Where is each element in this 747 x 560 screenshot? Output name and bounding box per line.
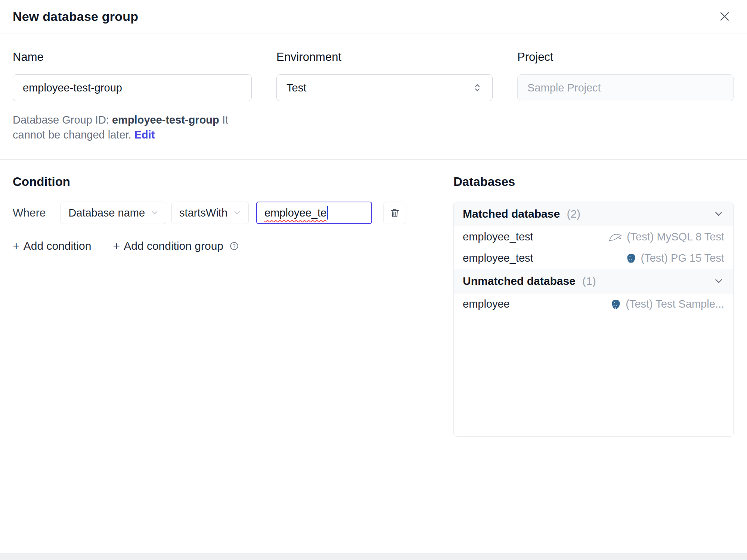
database-row: employee_test (Test) MySQL 8 Test	[454, 226, 733, 248]
environment-select[interactable]: Test	[276, 74, 493, 101]
chevron-up-down-icon	[472, 83, 483, 93]
where-label: Where	[13, 206, 46, 219]
add-condition-group-button[interactable]: + Add condition group ?	[113, 240, 239, 252]
group-id-note: Database Group ID: employee-test-group I…	[13, 112, 252, 142]
environment-label: Environment	[276, 50, 493, 64]
panel-empty-space	[454, 315, 733, 436]
mysql-icon	[609, 232, 622, 242]
add-condition-label: Add condition	[24, 240, 92, 252]
group-id-prefix: Database Group ID:	[13, 114, 109, 126]
close-icon	[718, 10, 731, 23]
unmatched-database-title: Unmatched database (1)	[463, 275, 596, 287]
databases-heading: Databases	[453, 175, 734, 189]
database-name: employee	[463, 298, 510, 310]
unmatched-database-rows: employee (Test) Test Sample...	[454, 293, 733, 315]
unmatched-database-header[interactable]: Unmatched database (1)	[454, 269, 733, 293]
trash-icon	[389, 207, 400, 218]
chevron-down-icon	[150, 208, 159, 217]
condition-section: Condition Where Database name startsWith…	[13, 175, 430, 252]
databases-section: Databases Matched database (2) employee_…	[453, 175, 734, 437]
project-input-value: Sample Project	[527, 82, 601, 94]
chevron-down-icon	[713, 208, 724, 220]
project-input[interactable]: Sample Project	[517, 74, 734, 101]
instance-name: (Test) Test Sample...	[626, 298, 724, 310]
environment-select-value: Test	[286, 82, 306, 94]
database-instance: (Test) Test Sample...	[611, 298, 724, 310]
database-name: employee_test	[463, 231, 533, 243]
plus-icon: +	[113, 240, 120, 252]
new-database-group-dialog: New database group Name employee-test-gr…	[0, 0, 747, 560]
section-title-text: Matched database	[463, 208, 560, 220]
condition-heading: Condition	[13, 175, 430, 189]
add-condition-button[interactable]: + Add condition	[13, 240, 92, 252]
dialog-header: New database group	[0, 0, 747, 34]
chevron-down-icon	[713, 276, 724, 287]
postgres-icon	[611, 299, 621, 309]
database-row: employee (Test) Test Sample...	[454, 293, 733, 315]
postgres-icon	[626, 253, 636, 264]
text-caret	[327, 206, 328, 220]
project-label: Project	[517, 50, 734, 64]
page-title: New database group	[13, 9, 138, 24]
condition-operator-select[interactable]: startsWith	[171, 202, 249, 224]
databases-panel: Matched database (2) employee_test (Test…	[453, 202, 734, 437]
instance-name: (Test) PG 15 Test	[641, 252, 725, 264]
main-area: Condition Where Database name startsWith…	[0, 160, 747, 437]
edit-link[interactable]: Edit	[134, 129, 155, 141]
name-input-value: employee-test-group	[23, 82, 122, 94]
section-title-text: Unmatched database	[463, 275, 576, 287]
condition-actions: + Add condition + Add condition group ?	[13, 240, 430, 252]
name-label: Name	[13, 50, 252, 64]
database-name: employee_test	[463, 252, 533, 264]
instance-name: (Test) MySQL 8 Test	[627, 231, 724, 243]
database-instance: (Test) MySQL 8 Test	[609, 231, 724, 243]
section-count: (1)	[582, 275, 596, 287]
section-count: (2)	[567, 208, 580, 220]
plus-icon: +	[13, 240, 20, 252]
add-condition-group-label: Add condition group	[124, 240, 223, 252]
condition-operator-value: startsWith	[179, 207, 227, 219]
database-row: employee_test (Test) PG 15 Test	[454, 248, 733, 269]
project-field-group: Project Sample Project	[517, 50, 734, 142]
svg-text:?: ?	[233, 243, 235, 249]
page-bottom-strip	[0, 553, 747, 560]
chevron-down-icon	[233, 208, 242, 217]
delete-condition-button[interactable]	[383, 202, 406, 224]
group-id-value: employee-test-group	[112, 114, 219, 126]
matched-database-title: Matched database (2)	[463, 208, 580, 220]
matched-database-rows: employee_test (Test) MySQL 8 Test employ…	[454, 226, 733, 269]
condition-field-value: Database name	[68, 207, 145, 219]
database-instance: (Test) PG 15 Test	[626, 252, 725, 264]
name-input[interactable]: employee-test-group	[13, 74, 252, 101]
condition-row: Where Database name startsWith employee_…	[13, 202, 430, 224]
condition-value-text: employee_te	[264, 207, 326, 219]
name-field-group: Name employee-test-group Database Group …	[13, 50, 252, 142]
condition-value-input[interactable]: employee_te	[256, 202, 372, 224]
matched-database-header[interactable]: Matched database (2)	[454, 202, 733, 226]
help-icon: ?	[229, 241, 239, 251]
close-button[interactable]	[716, 8, 733, 25]
condition-field-select[interactable]: Database name	[61, 202, 166, 224]
environment-field-group: Environment Test	[276, 50, 493, 142]
form-grid: Name employee-test-group Database Group …	[0, 34, 747, 142]
